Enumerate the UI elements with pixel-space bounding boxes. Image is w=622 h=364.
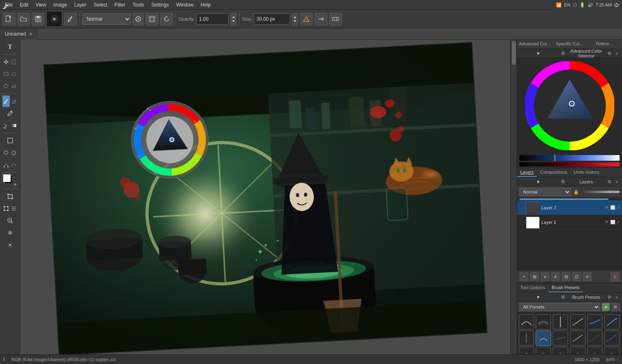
- layer-menu-button[interactable]: ≡: [583, 272, 592, 281]
- brush-preset-2[interactable]: [536, 314, 551, 330]
- brush-preset-8[interactable]: [536, 330, 551, 346]
- brush-filter-select[interactable]: All PresetsFavoritesRecent: [519, 303, 600, 311]
- polygon-tool-button[interactable]: [10, 147, 17, 158]
- layer-opacity-slider[interactable]: [581, 191, 620, 193]
- tab-close-button[interactable]: ×: [29, 31, 32, 37]
- layer-item-1[interactable]: Layer 1 👁 ⬜ ⤢: [517, 215, 622, 230]
- layer-2-expand-icon[interactable]: ⤢: [616, 205, 620, 210]
- refresh-button[interactable]: [160, 13, 173, 26]
- brush-preset-11[interactable]: [587, 330, 603, 346]
- layer-1-eye-icon[interactable]: 👁: [605, 220, 609, 224]
- advanced-color-tab[interactable]: Advanced Col...: [517, 40, 552, 49]
- layers-expand[interactable]: ▼: [519, 179, 558, 184]
- canvas-area[interactable]: ✏ ✏ ◻ 🖌 ✏ ◻ ✏ 🖌: [20, 40, 517, 364]
- layer-alpha-lock[interactable]: 🔒: [573, 188, 580, 196]
- swap-colors-icon[interactable]: ⇌: [14, 183, 17, 186]
- stroke-direction-button[interactable]: [314, 13, 327, 26]
- open-file-button[interactable]: [17, 13, 30, 26]
- spectrum-bar[interactable]: [519, 162, 620, 166]
- brush-panel-close-button[interactable]: ×: [613, 294, 620, 301]
- brush-panel-expand[interactable]: ▼: [519, 295, 558, 300]
- assistant-tool-button[interactable]: [3, 239, 17, 251]
- brush-preset-4[interactable]: [570, 314, 586, 330]
- color-panel-close-button[interactable]: ×: [613, 50, 620, 57]
- brush-preset-14[interactable]: T: [536, 347, 551, 354]
- specific-color-tab[interactable]: Specific Col...: [552, 40, 587, 49]
- gradient-cursor[interactable]: [554, 154, 556, 162]
- ellipse-tool-button[interactable]: [2, 147, 10, 158]
- brush-tool-active[interactable]: [64, 13, 77, 26]
- gradient-tool-button[interactable]: [10, 120, 17, 131]
- brush-settings-thumb[interactable]: [46, 11, 62, 27]
- color-panel-float-button[interactable]: ⧉: [606, 50, 613, 57]
- menu-filter[interactable]: Filter: [111, 1, 129, 9]
- pan-tool-button[interactable]: [3, 227, 17, 238]
- opacity-stepper[interactable]: ▲ ▼: [230, 13, 237, 26]
- layer-2-eye-icon[interactable]: 👁: [605, 205, 609, 210]
- menu-tools[interactable]: Tools: [129, 1, 147, 9]
- brush-preset-18[interactable]: T: [604, 347, 620, 354]
- brush-grid-view-button[interactable]: ⊞: [611, 303, 620, 311]
- layers-close-button[interactable]: ×: [613, 178, 620, 185]
- canvas-size-button[interactable]: [145, 13, 158, 26]
- menu-window[interactable]: Window: [173, 1, 197, 9]
- add-brush-button[interactable]: +: [602, 303, 610, 311]
- color-lock-icon[interactable]: ⊞: [560, 50, 567, 57]
- tool-options-tab[interactable]: Tool Options: [517, 283, 548, 292]
- path-tool-button[interactable]: [2, 159, 10, 170]
- power-icon[interactable]: ⏻: [614, 2, 619, 7]
- layers-float-button[interactable]: ⧉: [606, 178, 613, 185]
- vertical-scroll-thumb[interactable]: [512, 41, 516, 65]
- vertical-scrollbar[interactable]: [510, 40, 517, 358]
- transform-tool-button[interactable]: [2, 203, 10, 214]
- compositions-tab[interactable]: Compositions: [537, 168, 571, 177]
- menu-select[interactable]: Select: [90, 1, 110, 9]
- layer-2-alpha-icon[interactable]: ⬜: [610, 205, 615, 210]
- layers-lock-icon[interactable]: ⊞: [560, 178, 567, 185]
- brush-tool-button[interactable]: [2, 96, 10, 107]
- menu-edit[interactable]: Edit: [17, 1, 32, 9]
- delete-layer-button[interactable]: 🗑: [611, 272, 620, 281]
- brush-preset-5[interactable]: [587, 314, 603, 330]
- brush-presets-tab[interactable]: Brush Presets: [548, 283, 583, 292]
- brush-preset-13[interactable]: T: [519, 347, 534, 354]
- layer-item-2[interactable]: Layer 2 👁 ⬜ ⤢: [517, 200, 622, 215]
- menu-view[interactable]: View: [32, 1, 49, 9]
- warp-tool-button[interactable]: [10, 203, 17, 214]
- size-stepper[interactable]: ▲ ▼: [292, 13, 298, 26]
- color-panel-expand[interactable]: ▼: [519, 51, 558, 56]
- duplicate-layer-button[interactable]: ⊟: [562, 272, 571, 281]
- brush-preset-15[interactable]: T: [553, 347, 568, 354]
- eraser-tool-button[interactable]: [10, 96, 17, 107]
- brush-preset-16[interactable]: T: [570, 347, 586, 354]
- color-gradient-bar[interactable]: [519, 155, 620, 161]
- undo-history-tab[interactable]: Undo History: [571, 168, 603, 177]
- brush-preset-7[interactable]: [519, 330, 534, 346]
- color-wheel-popup[interactable]: ✏ ✏ ◻ 🖌 ✏ ◻ ✏ 🖌: [127, 97, 212, 182]
- zoom-tool-button[interactable]: [3, 215, 17, 226]
- shape-tool-button[interactable]: [3, 135, 17, 146]
- ellipse-select-button[interactable]: [10, 68, 17, 80]
- brush-warning-button[interactable]: !: [300, 13, 313, 26]
- layer-down-button[interactable]: ∨: [541, 272, 549, 281]
- brush-preset-10[interactable]: [570, 330, 586, 346]
- contiguous-select-button[interactable]: [10, 56, 17, 68]
- blend-mode-select[interactable]: NormalMultiplyScreenOverlayDarkenLighten: [82, 13, 131, 25]
- main-color-wheel-svg[interactable]: [525, 61, 614, 150]
- copy-layer-button[interactable]: ⊡: [572, 272, 581, 281]
- contiguous-freehand-button[interactable]: [10, 81, 17, 92]
- group-layer-button[interactable]: ⊞: [530, 272, 539, 281]
- reference-tab[interactable]: Refere...: [587, 40, 622, 49]
- opacity-input[interactable]: [196, 13, 229, 25]
- layer-blend-mode-select[interactable]: NormalMultiplyScreenOverlayDarkenLighten: [519, 188, 571, 196]
- layer-up-button[interactable]: ∧: [551, 272, 560, 281]
- zoom-scroll-icon[interactable]: ↕: [617, 357, 619, 362]
- canvas-image[interactable]: ✏ ✏ ◻ 🖌 ✏ ◻ ✏ 🖌: [43, 42, 487, 355]
- brush-preset-17[interactable]: T: [587, 347, 603, 354]
- menu-settings[interactable]: Settings: [148, 1, 172, 9]
- layers-tab[interactable]: Layers: [517, 168, 537, 177]
- brush-preset-3[interactable]: [553, 314, 568, 330]
- foreground-color[interactable]: [3, 174, 11, 182]
- brush-preset-6[interactable]: [604, 314, 620, 330]
- menu-help[interactable]: Help: [197, 1, 214, 9]
